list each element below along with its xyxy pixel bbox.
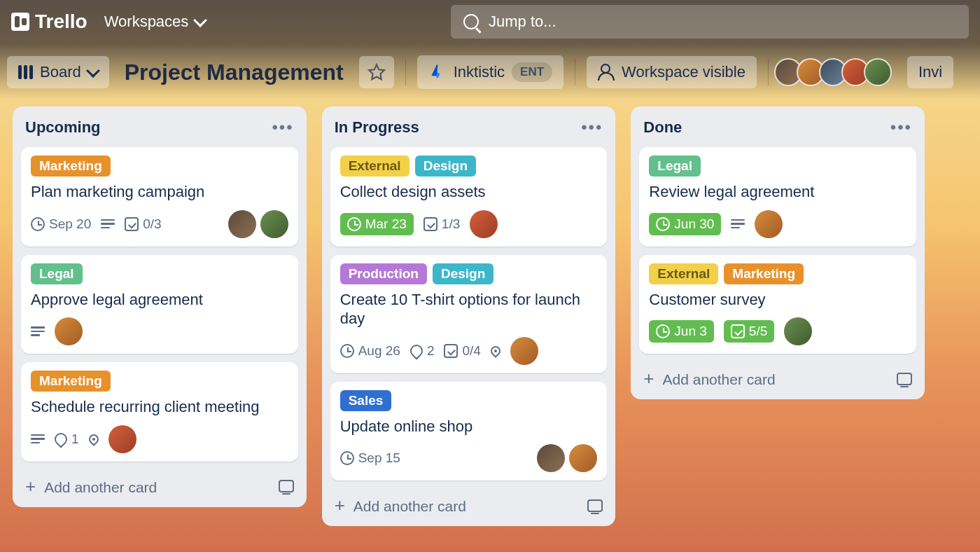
member-avatar[interactable]: [537, 444, 565, 472]
invite-label: Invi: [918, 63, 942, 81]
clock-icon: [656, 324, 670, 338]
card-members[interactable]: [228, 210, 288, 238]
member-avatar[interactable]: [864, 58, 892, 86]
template-icon[interactable]: [279, 480, 294, 492]
card-title: Approve legal agreement: [31, 290, 288, 310]
card[interactable]: ProductionDesignCreate 10 T-shirt option…: [330, 255, 608, 373]
card-members[interactable]: [510, 337, 538, 365]
card-members[interactable]: [470, 210, 498, 238]
organization-button[interactable]: Inktistic ENT: [417, 55, 564, 89]
card-members[interactable]: [55, 317, 83, 345]
list-title[interactable]: Upcoming: [25, 118, 101, 137]
due-date-badge[interactable]: Mar 23: [340, 213, 414, 235]
list-title[interactable]: Done: [643, 118, 682, 137]
invite-button[interactable]: Invi: [907, 56, 953, 88]
card-labels: ExternalMarketing: [649, 263, 906, 284]
visibility-button[interactable]: Workspace visible: [587, 56, 757, 88]
card-labels: Marketing: [31, 156, 288, 177]
location-icon: [489, 344, 503, 358]
card[interactable]: ExternalMarketingCustomer surveyJun 35/5: [639, 255, 916, 354]
due-date-badge[interactable]: Jun 30: [649, 213, 721, 235]
list: Upcoming•••MarketingPlan marketing campa…: [13, 106, 307, 507]
add-card-button[interactable]: +Add another card: [330, 489, 608, 519]
card-members[interactable]: [108, 425, 136, 453]
due-date-badge[interactable]: Aug 26: [340, 343, 400, 359]
add-card-button[interactable]: +Add another card: [639, 362, 916, 392]
board-title[interactable]: Project Management: [125, 60, 344, 85]
clock-icon: [340, 344, 354, 358]
due-date-text: Mar 23: [365, 216, 407, 232]
description-icon: [31, 434, 45, 444]
list-menu-button[interactable]: •••: [581, 118, 603, 137]
board-members[interactable]: [780, 58, 892, 86]
chevron-down-icon: [86, 64, 100, 78]
template-icon[interactable]: [897, 373, 912, 385]
card-label[interactable]: Design: [433, 263, 493, 284]
attachments-badge: 2: [410, 343, 435, 359]
plus-icon: +: [335, 495, 345, 516]
card[interactable]: LegalReview legal agreementJun 30: [639, 147, 916, 247]
due-date-badge[interactable]: Sep 15: [340, 450, 400, 466]
card[interactable]: MarketingSchedule recurring client meeti…: [21, 362, 298, 462]
attachments-badge: 1: [55, 432, 79, 447]
card-label[interactable]: External: [340, 156, 410, 177]
trello-logo[interactable]: Trello: [11, 11, 88, 33]
org-name: Inktistic: [454, 63, 505, 81]
card-labels: ProductionDesign: [340, 263, 598, 284]
card-badges: 1: [31, 425, 288, 453]
location-badge: [89, 434, 99, 444]
board-view-icon: [18, 65, 33, 79]
card-title: Schedule recurring client meeting: [31, 397, 288, 417]
member-avatar[interactable]: [569, 444, 597, 472]
due-date-text: Sep 15: [358, 450, 400, 466]
checklist-count: 1/3: [442, 216, 460, 232]
star-icon: [368, 63, 386, 81]
list-title[interactable]: In Progress: [335, 118, 419, 137]
card-label[interactable]: Legal: [649, 156, 701, 177]
card[interactable]: ExternalDesignCollect design assetsMar 2…: [330, 147, 608, 247]
card-badges: Mar 231/3: [340, 210, 598, 238]
due-date-badge[interactable]: Jun 3: [649, 320, 713, 343]
card-label[interactable]: Marketing: [31, 371, 111, 392]
card-members[interactable]: [537, 444, 597, 472]
description-badge: [31, 326, 45, 336]
list-menu-button[interactable]: •••: [272, 118, 293, 137]
card-members[interactable]: [755, 210, 783, 238]
card-label[interactable]: Production: [340, 263, 427, 284]
card-label[interactable]: Marketing: [724, 263, 804, 284]
checklist-badge: 0/3: [125, 216, 161, 232]
member-avatar[interactable]: [260, 210, 288, 238]
card-label[interactable]: Marketing: [31, 156, 111, 177]
star-button[interactable]: [359, 56, 394, 88]
card-members[interactable]: [784, 317, 812, 345]
view-label: Board: [40, 63, 81, 81]
card-label[interactable]: Design: [415, 156, 476, 177]
list: In Progress•••ExternalDesignCollect desi…: [322, 106, 616, 526]
view-switcher[interactable]: Board: [7, 56, 109, 88]
card-title: Customer survey: [649, 290, 906, 310]
attachments-count: 1: [71, 432, 79, 447]
member-avatar[interactable]: [228, 210, 256, 238]
add-card-button[interactable]: +Add another card: [21, 470, 298, 500]
card[interactable]: MarketingPlan marketing campaignSep 200/…: [21, 147, 298, 247]
card-label[interactable]: Legal: [31, 263, 83, 284]
card-labels: Marketing: [31, 371, 288, 392]
card[interactable]: SalesUpdate online shopSep 15: [330, 382, 608, 481]
workspaces-menu[interactable]: Workspaces: [104, 13, 206, 31]
card-label[interactable]: Sales: [340, 390, 392, 411]
due-date-text: Jun 30: [674, 216, 714, 232]
card-label[interactable]: External: [649, 263, 718, 284]
checklist-count: 0/3: [143, 216, 161, 232]
template-icon[interactable]: [587, 499, 603, 512]
due-date-text: Jun 3: [674, 324, 706, 339]
list-menu-button[interactable]: •••: [890, 118, 912, 137]
board-header: Board Project Management Inktistic ENT W…: [7, 48, 973, 97]
list: Done•••LegalReview legal agreementJun 30…: [631, 106, 925, 399]
checklist-badge: 0/4: [444, 343, 480, 359]
jump-to-search[interactable]: Jump to...: [451, 5, 969, 39]
card[interactable]: LegalApprove legal agreement: [21, 255, 298, 354]
list-header: In Progress•••: [330, 116, 608, 139]
chevron-down-icon: [193, 13, 207, 27]
plus-icon: +: [643, 368, 654, 389]
due-date-badge[interactable]: Sep 20: [31, 216, 91, 232]
